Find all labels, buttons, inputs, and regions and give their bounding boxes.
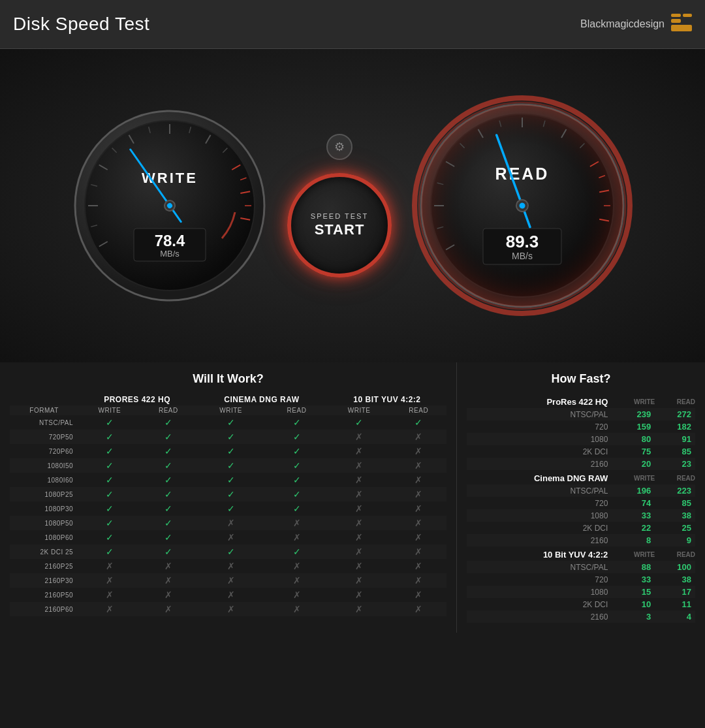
- check-cell: ✗: [266, 530, 328, 545]
- check-cell: ✓: [266, 444, 328, 458]
- hf-data-row: NTSC/PAL88100: [467, 561, 695, 573]
- write-col-header: WRITE: [614, 470, 655, 484]
- check-cell: ✓: [78, 530, 140, 545]
- cdng-read-header: READ: [266, 405, 328, 415]
- format-cell: 2160p25: [10, 559, 78, 573]
- table-row: 2160p50✗✗✗✗✗✗: [10, 588, 446, 602]
- check-cell: ✓: [78, 545, 140, 559]
- read-gauge-container: READ 89.3 MB/s: [411, 95, 633, 317]
- hf-section-name: Cinema DNG RAW: [467, 470, 614, 484]
- table-row: 1080i60✓✓✓✓✗✗: [10, 473, 446, 487]
- check-cell: ✓: [78, 444, 140, 458]
- cdng-write-header: WRITE: [196, 405, 266, 415]
- hf-data-row: 7203338: [467, 573, 695, 586]
- check-cell: ✗: [390, 430, 446, 444]
- check-cell: ✓: [141, 501, 196, 516]
- prores-write-header: WRITE: [78, 405, 140, 415]
- check-cell: ✓: [196, 430, 266, 444]
- data-section: Will It Work? ProRes 422 HQ Cinema DNG R…: [0, 362, 705, 633]
- hf-data-row: 216089: [467, 534, 695, 546]
- format-cell: NTSC/PAL: [10, 415, 78, 430]
- cdng-header: Cinema DNG RAW: [196, 394, 328, 405]
- format-cell: 2160p50: [10, 588, 78, 602]
- hf-write: 8: [614, 534, 655, 546]
- write-gauge: WRITE 78.4 MB/s: [72, 108, 268, 304]
- hf-section-name: 10 Bit YUV 4:2:2: [467, 546, 614, 561]
- hf-data-row: 2K DCI2225: [467, 522, 695, 534]
- hf-data-row: 2K DCI7585: [467, 445, 695, 458]
- check-cell: ✗: [78, 573, 140, 588]
- write-gauge-container: WRITE 78.4 MB/s: [72, 108, 268, 304]
- settings-button[interactable]: ⚙: [326, 134, 352, 160]
- hf-read: 223: [655, 484, 695, 497]
- check-cell: ✗: [390, 516, 446, 530]
- check-cell: ✓: [78, 516, 140, 530]
- check-cell: ✓: [266, 473, 328, 487]
- check-cell: ✗: [390, 545, 446, 559]
- table-row: 2160p25✗✗✗✗✗✗: [10, 559, 446, 573]
- read-col-header: READ: [655, 394, 695, 408]
- hf-read: 85: [655, 497, 695, 509]
- check-cell: ✓: [390, 415, 446, 430]
- hf-data-row: 10803338: [467, 509, 695, 522]
- brand-name: Blackmagicdesign: [580, 18, 665, 30]
- check-cell: ✗: [328, 573, 391, 588]
- check-cell: ✓: [266, 458, 328, 473]
- hf-write: 15: [614, 586, 655, 598]
- check-cell: ✓: [196, 501, 266, 516]
- table-row: 2K DCI 25✓✓✓✓✗✗: [10, 545, 446, 559]
- format-cell: 720p60: [10, 444, 78, 458]
- hf-data-row: 2K DCI1011: [467, 598, 695, 610]
- check-cell: ✓: [266, 545, 328, 559]
- check-cell: ✗: [390, 458, 446, 473]
- write-unit: MB/s: [160, 249, 180, 259]
- table-row: 2160p60✗✗✗✗✗✗: [10, 602, 446, 616]
- prores-header: ProRes 422 HQ: [78, 394, 196, 405]
- hf-write: 20: [614, 458, 655, 470]
- check-cell: ✗: [390, 501, 446, 516]
- hf-label: 720: [467, 573, 614, 586]
- table-row: 1080p30✓✓✓✓✗✗: [10, 501, 446, 516]
- hf-write: 74: [614, 497, 655, 509]
- check-cell: ✗: [266, 588, 328, 602]
- format-cell: 2K DCI 25: [10, 545, 78, 559]
- hf-label: 2160: [467, 458, 614, 470]
- write-col-header: WRITE: [614, 394, 655, 408]
- hf-section-header: ProRes 422 HQWRITEREAD: [467, 394, 695, 408]
- table-row: 720p50✓✓✓✓✗✗: [10, 430, 446, 444]
- format-cell: 720p50: [10, 430, 78, 444]
- hf-read: 38: [655, 573, 695, 586]
- check-cell: ✓: [196, 545, 266, 559]
- check-cell: ✗: [78, 588, 140, 602]
- hf-write: 88: [614, 561, 655, 573]
- check-cell: ✗: [141, 559, 196, 573]
- hf-read: 85: [655, 445, 695, 458]
- read-unit: MB/s: [512, 251, 533, 261]
- check-cell: ✓: [141, 444, 196, 458]
- check-cell: ✗: [328, 545, 391, 559]
- svg-text:READ: READ: [495, 165, 550, 183]
- hf-label: 720: [467, 497, 614, 509]
- start-button[interactable]: SPEED TEST START: [287, 173, 392, 277]
- check-cell: ✗: [196, 588, 266, 602]
- hf-read: 272: [655, 408, 695, 420]
- hf-label: 2K DCI: [467, 445, 614, 458]
- hf-data-row: 10801517: [467, 586, 695, 598]
- hf-section-name: ProRes 422 HQ: [467, 394, 614, 408]
- hf-write: 196: [614, 484, 655, 497]
- check-cell: ✗: [141, 602, 196, 616]
- check-cell: ✓: [266, 430, 328, 444]
- read-value: 89.3: [506, 232, 539, 251]
- check-cell: ✗: [390, 530, 446, 545]
- check-cell: ✗: [141, 588, 196, 602]
- check-cell: ✓: [266, 487, 328, 501]
- hf-read: 23: [655, 458, 695, 470]
- check-cell: ✗: [328, 444, 391, 458]
- check-cell: ✗: [328, 473, 391, 487]
- read-col-header: READ: [655, 546, 695, 561]
- hf-data-row: 7207485: [467, 497, 695, 509]
- format-cell: 1080p60: [10, 530, 78, 545]
- check-cell: ✓: [196, 415, 266, 430]
- check-cell: ✗: [328, 487, 391, 501]
- check-cell: ✓: [141, 530, 196, 545]
